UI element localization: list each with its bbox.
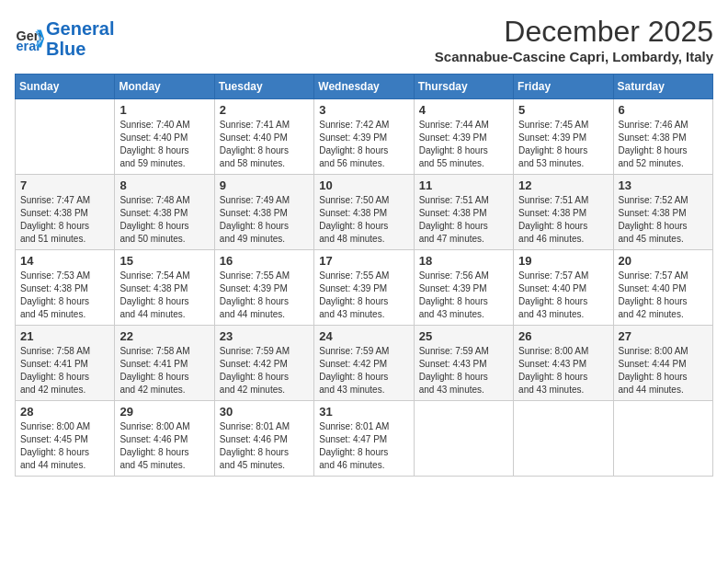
day-number: 25	[419, 329, 508, 343]
day-cell: 31Sunrise: 8:01 AMSunset: 4:47 PMDayligh…	[314, 401, 414, 477]
day-number: 10	[319, 178, 408, 192]
month-title: December 2025	[435, 15, 713, 49]
day-cell	[16, 99, 115, 175]
calendar-table: SundayMondayTuesdayWednesdayThursdayFrid…	[15, 74, 713, 477]
day-info: Sunrise: 7:42 AMSunset: 4:39 PMDaylight:…	[319, 119, 408, 170]
header-cell-sunday: Sunday	[16, 75, 115, 99]
day-number: 18	[419, 254, 508, 268]
logo-icon: Gen eral	[15, 24, 44, 53]
day-number: 1	[119, 103, 209, 117]
day-cell: 10Sunrise: 7:50 AMSunset: 4:38 PMDayligh…	[314, 175, 414, 250]
day-number: 29	[119, 405, 209, 419]
day-number: 11	[419, 178, 508, 192]
day-info: Sunrise: 7:55 AMSunset: 4:39 PMDaylight:…	[319, 270, 408, 321]
day-info: Sunrise: 7:49 AMSunset: 4:38 PMDaylight:…	[220, 194, 309, 246]
day-cell: 17Sunrise: 7:55 AMSunset: 4:39 PMDayligh…	[314, 250, 414, 326]
day-cell: 27Sunrise: 8:00 AMSunset: 4:44 PMDayligh…	[613, 326, 712, 401]
page-header: Gen eral General Blue December 2025 Scan…	[15, 15, 713, 64]
day-cell: 28Sunrise: 8:00 AMSunset: 4:45 PMDayligh…	[16, 401, 115, 477]
day-info: Sunrise: 7:54 AMSunset: 4:38 PMDaylight:…	[119, 270, 209, 321]
day-number: 6	[619, 103, 708, 117]
day-number: 26	[518, 329, 608, 343]
day-cell: 2Sunrise: 7:41 AMSunset: 4:40 PMDaylight…	[214, 99, 313, 175]
day-info: Sunrise: 8:01 AMSunset: 4:46 PMDaylight:…	[220, 420, 309, 472]
day-info: Sunrise: 7:59 AMSunset: 4:43 PMDaylight:…	[419, 345, 508, 396]
week-row-5: 28Sunrise: 8:00 AMSunset: 4:45 PMDayligh…	[16, 401, 713, 477]
day-info: Sunrise: 7:57 AMSunset: 4:40 PMDaylight:…	[518, 270, 608, 321]
day-info: Sunrise: 7:59 AMSunset: 4:42 PMDaylight:…	[319, 345, 408, 396]
day-cell: 18Sunrise: 7:56 AMSunset: 4:39 PMDayligh…	[414, 250, 513, 326]
header-cell-tuesday: Tuesday	[214, 75, 313, 99]
day-info: Sunrise: 7:44 AMSunset: 4:39 PMDaylight:…	[419, 119, 508, 170]
day-number: 16	[220, 254, 309, 268]
day-cell: 20Sunrise: 7:57 AMSunset: 4:40 PMDayligh…	[613, 250, 712, 326]
day-cell: 23Sunrise: 7:59 AMSunset: 4:42 PMDayligh…	[214, 326, 313, 401]
day-cell: 5Sunrise: 7:45 AMSunset: 4:39 PMDaylight…	[514, 99, 613, 175]
day-info: Sunrise: 7:51 AMSunset: 4:38 PMDaylight:…	[518, 194, 608, 246]
day-cell: 25Sunrise: 7:59 AMSunset: 4:43 PMDayligh…	[414, 326, 513, 401]
day-info: Sunrise: 7:51 AMSunset: 4:38 PMDaylight:…	[419, 194, 508, 246]
header-cell-saturday: Saturday	[613, 75, 712, 99]
day-info: Sunrise: 7:48 AMSunset: 4:38 PMDaylight:…	[119, 194, 209, 246]
calendar-body: 1Sunrise: 7:40 AMSunset: 4:40 PMDaylight…	[16, 99, 713, 477]
day-number: 15	[119, 254, 209, 268]
day-number: 2	[220, 103, 309, 117]
calendar-header: SundayMondayTuesdayWednesdayThursdayFrid…	[16, 75, 713, 99]
day-cell: 26Sunrise: 8:00 AMSunset: 4:43 PMDayligh…	[514, 326, 613, 401]
day-cell: 21Sunrise: 7:58 AMSunset: 4:41 PMDayligh…	[16, 326, 115, 401]
day-number: 22	[119, 329, 209, 343]
day-cell: 4Sunrise: 7:44 AMSunset: 4:39 PMDaylight…	[414, 99, 513, 175]
day-number: 23	[220, 329, 309, 343]
day-info: Sunrise: 7:52 AMSunset: 4:38 PMDaylight:…	[619, 194, 708, 246]
title-block: December 2025 Scannabue-Cascine Capri, L…	[435, 15, 713, 64]
day-number: 30	[220, 405, 309, 419]
day-cell	[613, 401, 712, 477]
day-cell: 29Sunrise: 8:00 AMSunset: 4:46 PMDayligh…	[115, 401, 214, 477]
day-info: Sunrise: 8:00 AMSunset: 4:46 PMDaylight:…	[119, 420, 209, 472]
day-info: Sunrise: 7:50 AMSunset: 4:38 PMDaylight:…	[319, 194, 408, 246]
day-number: 9	[220, 178, 309, 192]
day-cell: 7Sunrise: 7:47 AMSunset: 4:38 PMDaylight…	[16, 175, 115, 250]
week-row-1: 1Sunrise: 7:40 AMSunset: 4:40 PMDaylight…	[16, 99, 713, 175]
header-row: SundayMondayTuesdayWednesdayThursdayFrid…	[16, 75, 713, 99]
day-number: 17	[319, 254, 408, 268]
day-cell: 30Sunrise: 8:01 AMSunset: 4:46 PMDayligh…	[214, 401, 313, 477]
day-number: 13	[619, 178, 708, 192]
location-title: Scannabue-Cascine Capri, Lombardy, Italy	[435, 49, 713, 64]
day-cell: 24Sunrise: 7:59 AMSunset: 4:42 PMDayligh…	[314, 326, 414, 401]
day-info: Sunrise: 7:41 AMSunset: 4:40 PMDaylight:…	[220, 119, 309, 170]
day-info: Sunrise: 7:56 AMSunset: 4:39 PMDaylight:…	[419, 270, 508, 321]
day-info: Sunrise: 7:55 AMSunset: 4:39 PMDaylight:…	[220, 270, 309, 321]
day-cell: 3Sunrise: 7:42 AMSunset: 4:39 PMDaylight…	[314, 99, 414, 175]
day-number: 27	[619, 329, 708, 343]
day-cell: 12Sunrise: 7:51 AMSunset: 4:38 PMDayligh…	[514, 175, 613, 250]
day-cell	[414, 401, 513, 477]
day-cell: 1Sunrise: 7:40 AMSunset: 4:40 PMDaylight…	[115, 99, 214, 175]
day-number: 19	[518, 254, 608, 268]
day-number: 28	[20, 405, 109, 419]
day-info: Sunrise: 8:01 AMSunset: 4:47 PMDaylight:…	[319, 420, 408, 472]
day-info: Sunrise: 7:58 AMSunset: 4:41 PMDaylight:…	[20, 345, 109, 396]
logo: Gen eral General Blue	[15, 18, 114, 59]
week-row-2: 7Sunrise: 7:47 AMSunset: 4:38 PMDaylight…	[16, 175, 713, 250]
logo-line1: General	[46, 18, 114, 39]
day-number: 31	[319, 405, 408, 419]
header-cell-wednesday: Wednesday	[314, 75, 414, 99]
day-info: Sunrise: 7:57 AMSunset: 4:40 PMDaylight:…	[619, 270, 708, 321]
header-cell-friday: Friday	[514, 75, 613, 99]
day-number: 21	[20, 329, 109, 343]
day-number: 3	[319, 103, 408, 117]
header-cell-monday: Monday	[115, 75, 214, 99]
day-info: Sunrise: 7:40 AMSunset: 4:40 PMDaylight:…	[119, 119, 209, 170]
header-cell-thursday: Thursday	[414, 75, 513, 99]
day-cell: 14Sunrise: 7:53 AMSunset: 4:38 PMDayligh…	[16, 250, 115, 326]
day-info: Sunrise: 7:59 AMSunset: 4:42 PMDaylight:…	[220, 345, 309, 396]
day-number: 14	[20, 254, 109, 268]
day-number: 7	[20, 178, 109, 192]
day-info: Sunrise: 8:00 AMSunset: 4:43 PMDaylight:…	[518, 345, 608, 396]
day-number: 20	[619, 254, 708, 268]
week-row-4: 21Sunrise: 7:58 AMSunset: 4:41 PMDayligh…	[16, 326, 713, 401]
day-cell: 15Sunrise: 7:54 AMSunset: 4:38 PMDayligh…	[115, 250, 214, 326]
day-info: Sunrise: 7:46 AMSunset: 4:38 PMDaylight:…	[619, 119, 708, 170]
day-info: Sunrise: 7:47 AMSunset: 4:38 PMDaylight:…	[20, 194, 109, 246]
